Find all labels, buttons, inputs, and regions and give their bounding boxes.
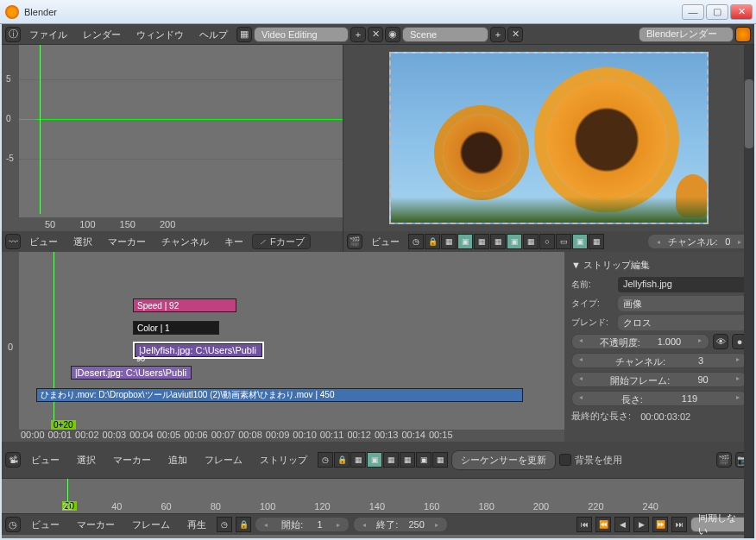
graph-x-axis: 50 100 150 200: [19, 217, 343, 231]
refresh-sequencer-button[interactable]: シーケンサーを更新: [451, 450, 556, 470]
eye-icon[interactable]: 👁: [713, 334, 728, 349]
graph-menu-key[interactable]: キー: [217, 231, 250, 252]
graph-menu-channel[interactable]: チャンネル: [154, 231, 216, 252]
graph-menu-select[interactable]: 選択: [66, 231, 99, 252]
display-icon[interactable]: ▦: [350, 452, 366, 468]
display-mode-icon[interactable]: ▦: [474, 234, 489, 249]
preview-editor-icon[interactable]: 🎬: [347, 234, 362, 249]
display-mode-icon[interactable]: ▭: [556, 234, 571, 249]
lock-icon[interactable]: 🔒: [334, 452, 350, 468]
jump-start-button[interactable]: ⏮: [576, 517, 592, 532]
tl-menu-marker[interactable]: マーカー: [70, 514, 122, 535]
film-icon[interactable]: 🎬: [716, 452, 732, 468]
layout-delete-button[interactable]: ✕: [368, 27, 383, 42]
menu-render[interactable]: レンダー: [76, 24, 128, 45]
display-mode-icon[interactable]: ▦: [589, 234, 604, 249]
props-header[interactable]: ▼ ストリップ編集: [571, 257, 747, 277]
start-frame-field[interactable]: ◂開始:1▸: [255, 517, 350, 532]
end-frame-field[interactable]: ◂終了:250▸: [353, 517, 448, 532]
display-mode-icon[interactable]: ▦: [490, 234, 506, 249]
lock-icon[interactable]: 🔒: [236, 517, 251, 532]
layout-add-button[interactable]: +: [350, 27, 366, 42]
layout-icon[interactable]: ▦: [236, 27, 252, 42]
tl-menu-view[interactable]: ビュー: [24, 514, 66, 535]
display-icon[interactable]: ▦: [432, 452, 448, 468]
opacity-field[interactable]: ◂不透明度:1.000▸: [571, 334, 709, 349]
timeline-editor-icon[interactable]: ◷: [5, 517, 21, 532]
strip-movie[interactable]: ひまわり.mov: D:\Dropbox\ツール\aviutl100 (2)\動…: [36, 388, 523, 402]
graph-menu-view[interactable]: ビュー: [22, 231, 65, 252]
sunflower-icon: [546, 79, 667, 200]
strip-jellyfish[interactable]: | Jellyfish.jpg: C:\Users\Publi: [135, 343, 262, 357]
display-icon[interactable]: ▦: [383, 452, 399, 468]
display-mode-icon[interactable]: ▦: [523, 234, 539, 249]
strip-speed[interactable]: Speed | 92: [133, 298, 236, 312]
seq-menu-strip[interactable]: ストリップ: [253, 449, 314, 470]
graph-playhead[interactable]: [40, 45, 41, 214]
properties-panel: ▼ ストリップ編集 名前:Jellyfish.jpg タイプ:画像 ブレンド:ク…: [564, 252, 754, 442]
display-icon[interactable]: ▣: [367, 452, 382, 468]
preview-channel-field[interactable]: ◂チャンネル:0▸: [647, 234, 751, 249]
next-keyframe-button[interactable]: ⏩: [652, 517, 668, 532]
display-icon[interactable]: ▦: [400, 452, 415, 468]
strip-color[interactable]: Color | 1: [133, 321, 219, 335]
seq-playhead[interactable]: [54, 252, 54, 430]
strip-desert[interactable]: | Desert.jpg: C:\Users\Publi: [71, 366, 192, 380]
scrollbar-vertical[interactable]: [744, 45, 754, 538]
display-mode-icon[interactable]: ▣: [457, 234, 473, 249]
scene-delete-button[interactable]: ✕: [507, 27, 523, 42]
display-icon[interactable]: ▣: [416, 452, 432, 468]
seq-menu-add[interactable]: 追加: [161, 449, 194, 470]
fcurve-mode-button[interactable]: ⟋Fカーブ: [252, 234, 311, 249]
timeline-area[interactable]: 20 20406080100120140160180200220240: [2, 478, 754, 514]
seq-menu-select[interactable]: 選択: [70, 449, 103, 470]
seq-editor-icon[interactable]: 📽: [5, 452, 21, 468]
preview-menu-view[interactable]: ビュー: [364, 231, 406, 252]
length-field[interactable]: ◂長さ:119▸: [571, 391, 747, 406]
seq-menu-view[interactable]: ビュー: [24, 449, 66, 470]
menu-help[interactable]: ヘルプ: [192, 24, 235, 45]
play-button[interactable]: ▶: [633, 517, 649, 532]
menu-file[interactable]: ファイル: [22, 24, 74, 45]
menu-window[interactable]: ウィンドウ: [129, 24, 191, 45]
display-mode-icon[interactable]: ○: [539, 234, 555, 249]
renderer-selector[interactable]: Blenderレンダー: [639, 27, 734, 42]
graph-editor[interactable]: 5 0 -5 20 50 100 150 200: [2, 45, 343, 231]
timeline-playhead[interactable]: [67, 479, 68, 501]
maximize-button[interactable]: ▢: [706, 4, 728, 20]
prev-keyframe-button[interactable]: ⏪: [595, 517, 611, 532]
clock-icon[interactable]: ◷: [318, 452, 333, 468]
preview-image: [389, 52, 709, 224]
window-title: Blender: [24, 7, 682, 17]
start-frame-field[interactable]: ◂開始フレーム:90▸: [571, 372, 747, 387]
seq-menu-marker[interactable]: マーカー: [106, 449, 158, 470]
close-button[interactable]: ✕: [730, 4, 753, 20]
display-mode-icon[interactable]: ▣: [572, 234, 588, 249]
strip-blend-select[interactable]: クロス: [618, 315, 747, 330]
blender-icon: [735, 27, 751, 42]
strip-name-input[interactable]: Jellyfish.jpg: [618, 277, 747, 292]
clock-icon[interactable]: ◷: [408, 234, 424, 249]
sequencer-timeline[interactable]: Speed | 92 Color | 1 | Jellyfish.jpg: C:…: [19, 252, 564, 442]
display-mode-icon[interactable]: ▦: [441, 234, 457, 249]
seq-menu-frame[interactable]: フレーム: [198, 449, 249, 470]
info-editor-icon[interactable]: ⓘ: [5, 27, 21, 42]
lock-icon[interactable]: 🔒: [425, 234, 440, 249]
clock-icon[interactable]: ◷: [217, 517, 232, 532]
scene-icon[interactable]: ◉: [385, 27, 400, 42]
scene-add-button[interactable]: +: [490, 27, 506, 42]
scene-selector[interactable]: Scene: [402, 27, 488, 42]
strip-type-select[interactable]: 画像: [618, 296, 747, 311]
layout-selector[interactable]: Video Editing: [254, 27, 349, 42]
use-background-checkbox[interactable]: [559, 454, 571, 466]
tl-menu-frame[interactable]: フレーム: [125, 514, 177, 535]
display-mode-icon[interactable]: ▣: [507, 234, 522, 249]
play-reverse-button[interactable]: ◀: [614, 517, 630, 532]
tl-menu-play[interactable]: 再生: [180, 514, 213, 535]
jump-end-button[interactable]: ⏭: [671, 517, 687, 532]
graph-menu-marker[interactable]: マーカー: [101, 231, 153, 252]
channel-field[interactable]: ◂チャンネル:3▸: [571, 353, 747, 368]
graph-editor-icon[interactable]: 〰: [5, 234, 21, 249]
minimize-button[interactable]: —: [682, 4, 704, 20]
sync-mode-select[interactable]: 同期しない: [690, 517, 751, 532]
